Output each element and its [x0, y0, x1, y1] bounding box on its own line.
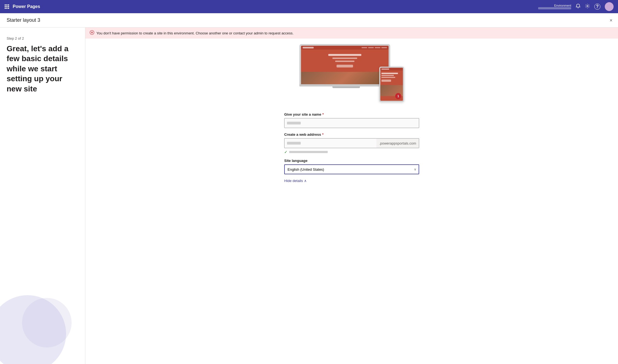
site-language-field-group: Site language English (United States) Fr… — [284, 159, 419, 174]
gear-icon[interactable] — [585, 4, 590, 10]
site-language-select[interactable]: English (United States) French (France) … — [284, 164, 419, 174]
topnav-right: Environment ? — [538, 2, 614, 11]
web-address-input[interactable] — [284, 138, 376, 148]
sidebar: Step 2 of 2 Great, let's add a few basic… — [0, 28, 85, 364]
site-language-label: Site language — [284, 159, 419, 163]
chevron-up-icon: ∧ — [304, 179, 307, 183]
laptop-preview — [299, 44, 393, 88]
svg-rect-8 — [8, 8, 9, 9]
svg-rect-0 — [5, 4, 6, 6]
sidebar-heading: Great, let's add a few basic details whi… — [7, 44, 78, 94]
form-section: Give your site a name * Create a web add… — [284, 112, 419, 183]
hide-details-button[interactable]: Hide details ∧ — [284, 179, 307, 183]
svg-rect-7 — [6, 8, 7, 9]
mobile-preview: 1 — [379, 67, 404, 102]
environment-selector[interactable]: Environment — [538, 4, 571, 9]
bell-icon[interactable] — [576, 4, 581, 10]
web-address-row: .powerappsportals.com — [284, 138, 419, 148]
main-layout: Step 2 of 2 Great, let's add a few basic… — [0, 28, 618, 364]
check-icon: ✓ — [284, 150, 288, 154]
site-name-input[interactable] — [284, 118, 419, 128]
close-button[interactable]: × — [609, 18, 612, 23]
site-name-label: Give your site a name * — [284, 112, 419, 116]
site-language-select-wrapper: English (United States) French (France) … — [284, 164, 419, 174]
top-navigation: Power Pages Environment ? — [0, 0, 618, 13]
site-name-field-group: Give your site a name * — [284, 112, 419, 128]
preview-mockup: 1 — [299, 44, 404, 105]
web-address-field-group: Create a web address * .powerappsportals… — [284, 132, 419, 154]
avatar[interactable] — [605, 2, 614, 11]
svg-rect-2 — [8, 4, 9, 6]
error-banner: You don't have permission to create a si… — [85, 28, 618, 39]
form-area: 1 Give your site a name * — [85, 39, 618, 364]
app-title: Power Pages — [13, 4, 40, 9]
waffle-icon[interactable] — [4, 4, 9, 9]
svg-rect-1 — [6, 4, 7, 6]
required-indicator-2: * — [322, 132, 324, 137]
page-header: Starter layout 3 × — [0, 13, 618, 28]
web-address-suffix: .powerappsportals.com — [376, 138, 419, 148]
svg-rect-3 — [5, 6, 6, 7]
step-label: Step 2 of 2 — [7, 36, 78, 40]
svg-rect-6 — [5, 8, 6, 9]
page-title: Starter layout 3 — [7, 17, 40, 23]
error-circle-icon — [90, 30, 94, 36]
mobile-badge: 1 — [395, 93, 401, 99]
sidebar-decoration2 — [22, 298, 72, 347]
content-area: You don't have permission to create a si… — [85, 28, 618, 364]
validation-text — [289, 151, 328, 153]
required-indicator: * — [322, 112, 324, 116]
env-label: Environment — [554, 4, 571, 7]
web-address-validation: ✓ — [284, 150, 419, 154]
hide-details-label: Hide details — [284, 179, 303, 183]
svg-point-9 — [587, 5, 588, 7]
env-value — [538, 7, 571, 9]
help-icon[interactable]: ? — [594, 4, 600, 10]
web-address-label: Create a web address * — [284, 132, 419, 137]
svg-rect-4 — [6, 6, 7, 7]
svg-rect-5 — [8, 6, 9, 7]
error-message: You don't have permission to create a si… — [96, 31, 294, 35]
